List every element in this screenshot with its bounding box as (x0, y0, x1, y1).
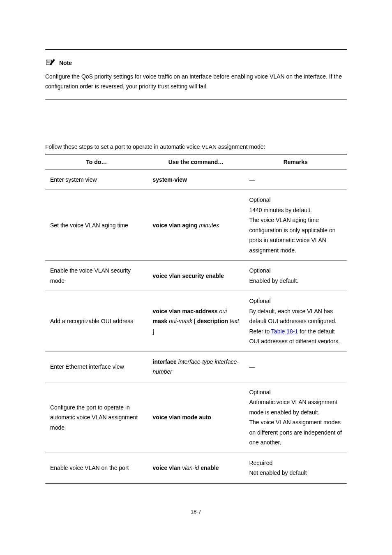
cell-todo: Enter system view (45, 169, 148, 190)
cell-cmd: voice vlan mac-address oui mask oui-mask… (148, 291, 244, 352)
cell-todo: Enter Ethernet interface view (45, 352, 148, 382)
steps-intro: Follow these steps to set a port to oper… (45, 142, 347, 151)
cell-cmd: voice vlan vlan-id enable (148, 453, 244, 483)
cell-remarks: Optional By default, each voice VLAN has… (244, 291, 347, 352)
divider-top (45, 49, 347, 50)
cell-cmd: voice vlan aging minutes (148, 190, 244, 261)
note-block: Note Configure the QoS priority settings… (45, 58, 347, 99)
steps-table: To do… Use the command… Remarks Enter sy… (45, 154, 347, 484)
table-row: Set the voice VLAN aging time voice vlan… (45, 190, 347, 261)
col-command: Use the command… (148, 154, 244, 170)
col-remarks: Remarks (244, 154, 347, 170)
page-footer: 18-7 (45, 509, 347, 515)
divider-bottom (45, 99, 347, 99)
cmd-text: system-view (153, 176, 187, 183)
cmd-text: voice vlan (153, 465, 181, 471)
cmd-param: oui-mask (169, 318, 192, 324)
table-row: Enable the voice VLAN security mode voic… (45, 261, 347, 291)
cmd-text: voice vlan mac-address (153, 308, 218, 314)
page-content: Note Configure the QoS priority settings… (0, 0, 392, 539)
cmd-text: voice vlan security enable (153, 273, 224, 279)
table-header-row: To do… Use the command… Remarks (45, 154, 347, 170)
table-row: Configure the port to operate in automat… (45, 382, 347, 453)
cell-cmd: system-view (148, 169, 244, 190)
cmd-text: mask (153, 318, 168, 324)
cmd-text: description (197, 318, 228, 324)
note-header: Note (45, 58, 347, 68)
cmd-param: text (230, 318, 239, 324)
table-row: Enter Ethernet interface view interface … (45, 352, 347, 382)
cell-cmd: voice vlan security enable (148, 261, 244, 291)
table-row: Enable voice VLAN on the port voice vlan… (45, 453, 347, 483)
cmd-text: voice vlan mode auto (153, 414, 211, 421)
cmd-param: minutes (199, 222, 219, 229)
col-todo: To do… (45, 154, 148, 170)
cell-todo: Add a recognizable OUI address (45, 291, 148, 352)
table-row: Add a recognizable OUI address voice vla… (45, 291, 347, 352)
cell-remarks: Required Not enabled by default (244, 453, 347, 483)
cmd-param: vlan-id (182, 465, 199, 471)
note-icon (45, 58, 57, 68)
cell-todo: Configure the port to operate in automat… (45, 382, 148, 453)
cmd-text: voice vlan aging (153, 222, 198, 229)
cell-remarks: Optional 1440 minutes by default. The vo… (244, 190, 347, 261)
cmd-text: interface (153, 358, 177, 365)
cell-cmd: interface interface-type interface-numbe… (148, 352, 244, 382)
page-number: 18-7 (191, 509, 201, 515)
cell-todo: Enable voice VLAN on the port (45, 453, 148, 483)
cell-cmd: voice vlan mode auto (148, 382, 244, 453)
cmd-param: oui (219, 308, 227, 314)
cell-todo: Set the voice VLAN aging time (45, 190, 148, 261)
cell-todo: Enable the voice VLAN security mode (45, 261, 148, 291)
cmd-text: enable (201, 465, 219, 471)
table-row: Enter system view system-view — (45, 169, 347, 190)
cell-remarks: — (244, 352, 347, 382)
note-text: Configure the QoS priority settings for … (45, 72, 347, 92)
note-label: Note (59, 60, 72, 66)
table-link[interactable]: Table 18-1 (271, 328, 298, 335)
cell-remarks: Optional Enabled by default. (244, 261, 347, 291)
cell-remarks: — (244, 169, 347, 190)
cell-remarks: Optional Automatic voice VLAN assignment… (244, 382, 347, 453)
